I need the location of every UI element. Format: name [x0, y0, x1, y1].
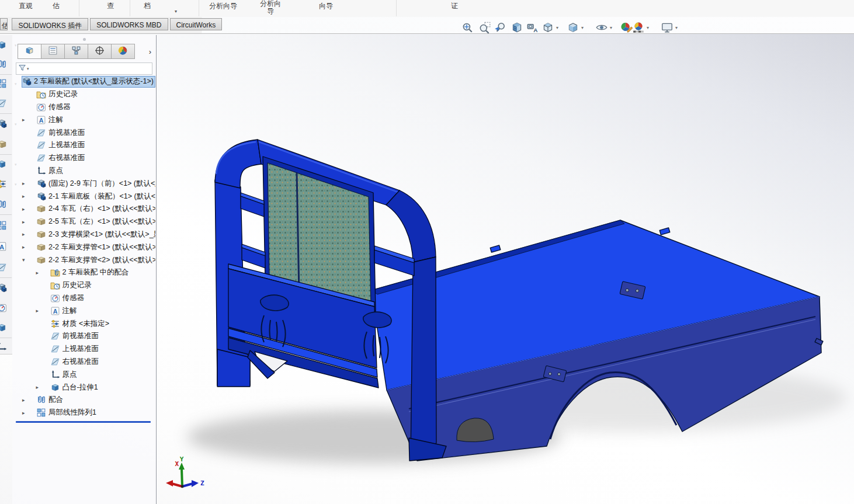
- configurationmanager-tab[interactable]: [64, 44, 88, 59]
- tree-item-body[interactable]: 上视基准面: [50, 343, 156, 355]
- tree-item[interactable]: 历史记录: [12, 88, 155, 101]
- tree-item-body[interactable]: 2-2 车厢支撑管<1> (默认<<默认>_显示状态>): [36, 241, 155, 253]
- tree-item[interactable]: 传感器: [12, 101, 155, 114]
- view-settings-button[interactable]: [661, 21, 674, 34]
- tree-item[interactable]: ▸2-2 车厢支撑管<1> (默认<<默认>_显示状态>): [12, 241, 155, 253]
- tab-circuitworks[interactable]: CircuitWorks: [170, 18, 223, 30]
- tree-item-body[interactable]: 传感器: [36, 101, 155, 113]
- tree-item-body[interactable]: 前视基准面: [50, 331, 156, 342]
- tree-expander-icon[interactable]: ▾: [22, 257, 36, 263]
- tree-item-body[interactable]: 凸台-拉伸1: [50, 381, 156, 393]
- tree-item-body[interactable]: 前视基准面: [36, 127, 155, 138]
- tree-item[interactable]: ▸2 车厢装配 中的配合: [12, 266, 155, 279]
- tree-expander-icon[interactable]: ▸: [36, 270, 50, 276]
- ribbon-label-fragment[interactable]: 查: [107, 1, 114, 11]
- tree-item-body[interactable]: 2-2 车厢支撑管<2> (默认<<默认>_显示状态>): [36, 254, 155, 266]
- tree-item[interactable]: 右视基准面: [12, 152, 155, 165]
- tree-item[interactable]: ▸A注解: [12, 304, 155, 317]
- tree-item[interactable]: 传感器: [12, 292, 155, 305]
- tree-item[interactable]: ▾2-2 车厢支撑管<2> (默认<<默认>_显示状态>): [12, 253, 155, 266]
- view-orientation-button[interactable]: [541, 21, 554, 34]
- tree-item[interactable]: 原点: [12, 368, 155, 381]
- tree-item-body[interactable]: 右视基准面: [36, 152, 155, 164]
- tree-item-body[interactable]: 局部线性阵列1: [36, 407, 155, 419]
- hide-show-items-button[interactable]: [595, 21, 608, 34]
- tree-item[interactable]: 右视基准面: [12, 356, 155, 369]
- chevron-down-icon[interactable]: ▾: [675, 25, 678, 30]
- tree-item[interactable]: ▸(固定) 2-9 车门（前）<1> (默认<默认_显示状态>): [12, 177, 155, 190]
- tab-evaluate-partial[interactable]: 估: [0, 18, 8, 30]
- tree-expander-icon[interactable]: ▸: [36, 384, 50, 390]
- zoom-to-fit-button[interactable]: [461, 21, 474, 34]
- ribbon-label-fragment[interactable]: 证: [451, 1, 458, 11]
- tree-expander-icon[interactable]: ▸: [22, 397, 36, 403]
- tree-item-body[interactable]: 上视基准面: [36, 140, 155, 151]
- tree-item-body[interactable]: 原点: [36, 165, 155, 176]
- tree-item[interactable]: ▸配合: [12, 394, 155, 406]
- chevron-down-icon[interactable]: ▾: [175, 9, 177, 14]
- tree-item[interactable]: ▸A注解: [12, 113, 155, 126]
- tree-item[interactable]: ▸2-3 支撑横梁<1> (默认<<默认>_显示状态>): [12, 228, 155, 241]
- ribbon-label-fragment[interactable]: 估: [53, 1, 60, 11]
- tree-item-body[interactable]: 传感器: [50, 292, 156, 304]
- tab-solidworks-插件[interactable]: SOLIDWORKS 插件: [12, 18, 88, 30]
- tree-item[interactable]: 材质 <未指定>: [12, 317, 155, 330]
- tree-item-body[interactable]: 右视基准面: [50, 356, 156, 367]
- tree-expander-icon[interactable]: ▸: [22, 117, 36, 123]
- rollback-bar[interactable]: [16, 421, 151, 423]
- previous-view-button[interactable]: [494, 21, 506, 34]
- tree-item[interactable]: ▸2-1 车厢底板（装配）<1> (默认<默认_显示状态>): [12, 190, 155, 203]
- tree-item[interactable]: ▸2-4 车瓦（右）<1> (默认<<默认>_显示状态>): [12, 203, 155, 215]
- tree-item-body[interactable]: 历史记录: [36, 89, 155, 100]
- tree-item-body[interactable]: 2-4 车瓦（右）<1> (默认<<默认>_显示状态>): [36, 203, 155, 215]
- tree-item-body[interactable]: 2 车厢装配 (默认<默认_显示状态-1>): [22, 76, 155, 88]
- propertymanager-tab[interactable]: [41, 44, 65, 59]
- apply-scene-button[interactable]: [632, 21, 645, 34]
- chevron-down-icon[interactable]: ▾: [610, 25, 612, 30]
- ribbon-label-fragment[interactable]: 分析向导: [259, 0, 282, 15]
- tree-item-body[interactable]: 2-3 支撑横梁<1> (默认<<默认>_显示状态>): [36, 228, 155, 240]
- tree-expander-icon[interactable]: ▸: [36, 308, 50, 314]
- tree-expander-icon[interactable]: ▸: [22, 219, 36, 225]
- section-view-button[interactable]: [511, 21, 523, 34]
- chevron-down-icon[interactable]: ▾: [647, 25, 649, 30]
- ribbon-label-fragment[interactable]: 分析向导: [209, 1, 237, 11]
- tree-item[interactable]: 前视基准面: [12, 330, 155, 343]
- displaymanager-tab[interactable]: [111, 44, 135, 59]
- dimxpertmanager-tab[interactable]: [88, 44, 112, 59]
- tree-item[interactable]: ▸凸台-拉伸1: [12, 381, 155, 394]
- tree-item-body[interactable]: 2-5 车瓦（左）<1> (默认<<默认>_显示状态>): [36, 216, 155, 228]
- tree-item[interactable]: ▸局部线性阵列1: [12, 406, 155, 419]
- ribbon-label-fragment[interactable]: 向导: [319, 1, 333, 11]
- tree-item[interactable]: 2 车厢装配 (默认<默认_显示状态-1>): [12, 75, 155, 88]
- tab-solidworks-mbd[interactable]: SOLIDWORKS MBD: [90, 18, 168, 30]
- tree-item[interactable]: 历史记录: [12, 279, 155, 292]
- tree-item-body[interactable]: A注解: [50, 305, 156, 317]
- panel-splitter-handle[interactable]: [83, 38, 86, 41]
- tree-item-body[interactable]: 2-1 车厢底板（装配）<1> (默认<默认_显示状态>): [36, 190, 155, 202]
- edit-appearance-button[interactable]: [620, 21, 633, 34]
- ribbon-label-fragment[interactable]: 档: [144, 1, 151, 11]
- tree-item-body[interactable]: 历史记录: [50, 280, 156, 291]
- zoom-to-area-button[interactable]: [478, 21, 491, 34]
- tree-item[interactable]: 原点: [12, 165, 155, 178]
- tree-item-body[interactable]: 配合: [36, 394, 155, 406]
- tree-item-body[interactable]: 材质 <未指定>: [50, 318, 156, 329]
- tree-expander-icon[interactable]: ▸: [22, 244, 36, 250]
- tree-item-body[interactable]: 原点: [50, 369, 156, 380]
- chevron-down-icon[interactable]: ▾: [556, 25, 558, 30]
- ribbon-label-fragment[interactable]: 直观: [19, 1, 33, 11]
- annotation-views-button[interactable]: A: [526, 21, 539, 34]
- tree-expander-icon[interactable]: ▸: [22, 231, 36, 237]
- tree-expander-icon[interactable]: ▸: [22, 206, 36, 212]
- tree-expander-icon[interactable]: ▸: [22, 180, 36, 186]
- tree-item[interactable]: 上视基准面: [12, 139, 155, 152]
- tree-item-body[interactable]: A注解: [36, 114, 155, 126]
- tree-item-body[interactable]: 2 车厢装配 中的配合: [50, 267, 156, 279]
- tree-item[interactable]: ▸2-5 车瓦（左）<1> (默认<<默认>_显示状态>): [12, 215, 155, 228]
- featuremanager-tab[interactable]: [18, 44, 41, 59]
- chevron-down-icon[interactable]: ▾: [581, 25, 584, 30]
- tree-item[interactable]: 前视基准面: [12, 126, 155, 139]
- tree-expander-icon[interactable]: ▸: [22, 193, 36, 199]
- tree-filter[interactable]: ▾: [16, 62, 152, 75]
